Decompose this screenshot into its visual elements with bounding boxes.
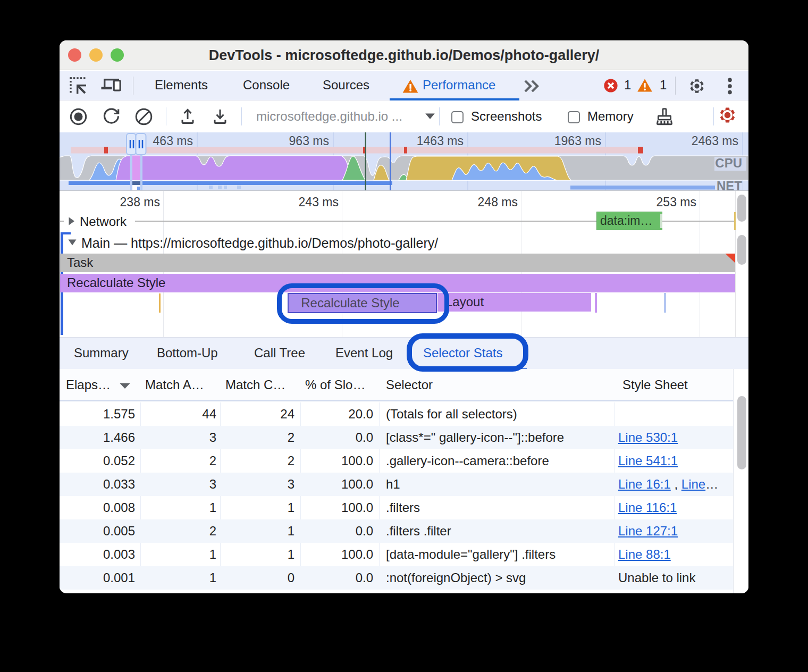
svg-text:NET: NET [717,179,742,191]
svg-text:463 ms: 463 ms [153,134,193,148]
svg-text:2463 ms: 2463 ms [692,134,738,148]
svg-text:1463 ms: 1463 ms [417,134,464,148]
svg-text:1963 ms: 1963 ms [554,134,601,148]
svg-text:963 ms: 963 ms [289,134,329,148]
svg-text:CPU: CPU [715,156,742,170]
